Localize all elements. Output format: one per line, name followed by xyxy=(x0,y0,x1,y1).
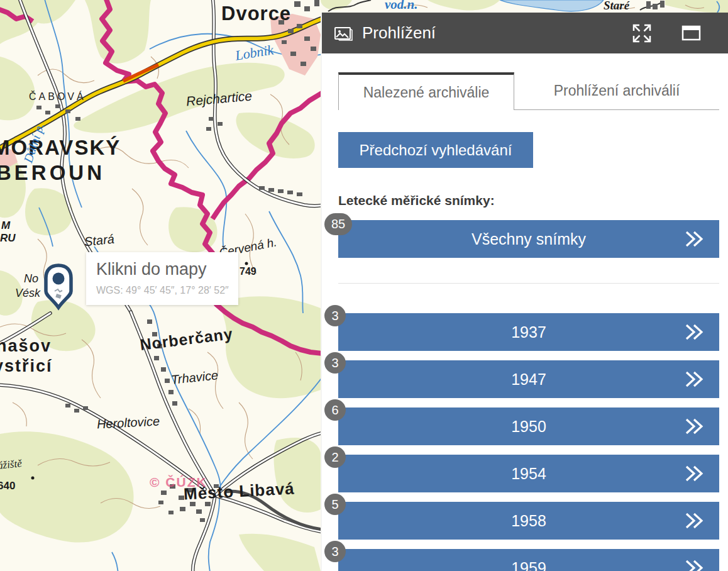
all-snapshots-label: Všechny snímky xyxy=(472,230,586,248)
map-tooltip: Klikni do mapy WGS: 49° 45′ 45″, 17° 28′… xyxy=(86,252,238,305)
count-badge: 5 xyxy=(324,494,346,515)
year-button-1958[interactable]: 1958 xyxy=(338,502,719,540)
map-label-nasov-partial: našov xyxy=(0,337,52,355)
year-label: 1959 xyxy=(511,559,546,571)
year-button-1954[interactable]: 1954 xyxy=(338,455,719,492)
year-button-1937[interactable]: 1937 xyxy=(338,313,719,351)
year-row: 3 1937 xyxy=(338,313,719,351)
map-label-elev-640: 640 xyxy=(0,480,15,492)
map-label-no-partial: No xyxy=(24,273,38,285)
marker-dot-icon xyxy=(53,273,65,285)
section-heading: Letecké měřické snímky: xyxy=(338,193,719,208)
double-chevron-right-icon xyxy=(684,230,705,248)
year-row: 3 1959 xyxy=(338,549,719,571)
double-chevron-right-icon xyxy=(684,323,705,341)
count-badge: 2 xyxy=(324,446,346,468)
app-window: Dvorce Lobnik vod.n. Staré Rejchartice Č… xyxy=(0,0,728,571)
year-button-1947[interactable]: 1947 xyxy=(338,360,719,398)
map-label-moravsky: MORAVSKÝ xyxy=(0,137,121,159)
double-chevron-right-icon xyxy=(684,464,705,483)
year-label: 1950 xyxy=(511,418,546,436)
panel-header: Prohlížení xyxy=(322,13,728,53)
year-button-1950[interactable]: 1950 xyxy=(338,407,719,445)
tab-browse-archives[interactable]: Prohlížení archiválií xyxy=(514,72,719,110)
count-badge: 3 xyxy=(324,305,346,326)
map-label-ystrici-partial: ystřicí xyxy=(0,357,53,375)
year-label: 1937 xyxy=(511,323,546,341)
count-badge: 3 xyxy=(324,541,346,562)
year-list: 3 1937 3 1947 6 1950 xyxy=(338,313,719,571)
expand-icon xyxy=(631,23,653,44)
year-row: 5 1958 xyxy=(338,502,719,540)
year-label: 1958 xyxy=(511,512,546,530)
double-chevron-right-icon xyxy=(684,370,705,389)
map-label-cabova: ČABOVÁ xyxy=(29,92,86,103)
map-label-elev-749: 749 xyxy=(240,267,256,277)
all-snapshots-button[interactable]: Všechny snímky xyxy=(338,220,719,258)
panel-title: Prohlížení xyxy=(362,23,436,43)
double-chevron-right-icon xyxy=(684,558,705,571)
year-row: 6 1950 xyxy=(338,407,719,445)
map-marker-pin[interactable] xyxy=(40,260,77,314)
all-snapshots-row: 85 Všechny snímky xyxy=(338,220,719,258)
double-chevron-right-icon xyxy=(684,511,705,530)
map-label-beroun: BEROUN xyxy=(0,162,105,184)
map-label-vesk-partial: Vésk xyxy=(15,287,40,299)
count-badge: 3 xyxy=(324,352,346,374)
tooltip-coordinates: WGS: 49° 45′ 45″, 17° 28′ 52″ xyxy=(96,285,229,296)
map-label-m-partial: M xyxy=(1,220,10,231)
map-label-stare: Staré xyxy=(604,0,629,12)
double-chevron-right-icon xyxy=(684,417,705,436)
map-label-dvorce: Dvorce xyxy=(221,4,291,25)
year-label: 1947 xyxy=(511,370,546,389)
window-icon xyxy=(681,25,702,42)
year-row: 2 1954 xyxy=(338,455,719,492)
year-button-1959[interactable]: 1959 xyxy=(338,549,719,571)
year-row: 3 1947 xyxy=(338,360,719,398)
expand-panel-button[interactable] xyxy=(631,23,653,44)
count-badge: 6 xyxy=(324,399,346,421)
image-icon xyxy=(333,25,355,42)
previous-search-button[interactable]: Předchozí vyhledávání xyxy=(338,132,533,168)
tab-found-archives[interactable]: Nalezené archiválie xyxy=(338,72,514,110)
map-label-ru-partial: RU xyxy=(0,233,16,244)
tab-bar: Nalezené archiválie Prohlížení archiváli… xyxy=(338,72,719,110)
divider xyxy=(338,283,719,284)
tooltip-title: Klikni do mapy xyxy=(96,260,229,279)
year-label: 1954 xyxy=(511,465,546,483)
map-copyright-watermark: © ČÚZK xyxy=(150,475,207,489)
browse-panel: Prohlížení Nalezené archiválie xyxy=(321,13,728,571)
count-badge: 85 xyxy=(324,213,352,235)
dock-panel-button[interactable] xyxy=(681,25,702,42)
map-label-vod-n: vod.n. xyxy=(385,0,418,11)
panel-body: Nalezené archiválie Prohlížení archiváli… xyxy=(322,53,728,571)
